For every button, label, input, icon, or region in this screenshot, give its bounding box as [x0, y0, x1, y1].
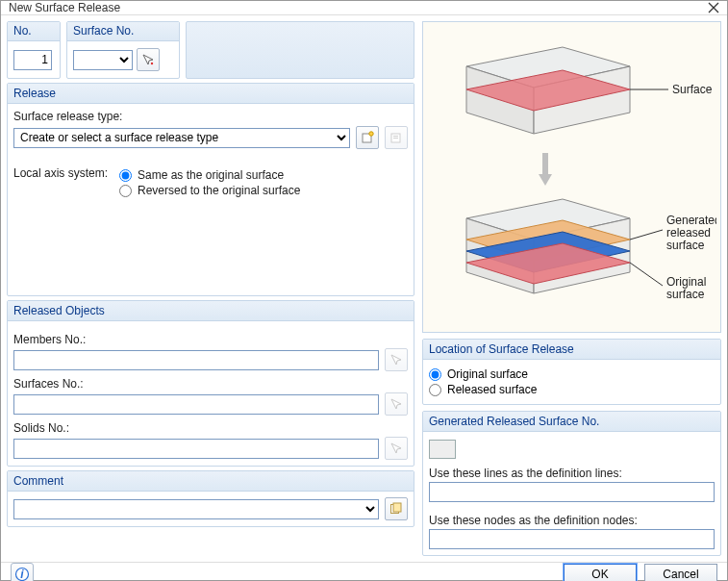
edit-type-icon	[385, 126, 408, 149]
solids-input[interactable]	[13, 439, 379, 459]
ok-button[interactable]: OK	[564, 564, 637, 582]
def-nodes-input[interactable]	[429, 529, 715, 549]
help-icon[interactable]: i	[11, 563, 34, 581]
no-group: No.	[7, 21, 61, 79]
svg-rect-4	[393, 136, 398, 137]
surface-no-select[interactable]	[73, 50, 133, 70]
axis-reversed-radio[interactable]	[119, 185, 132, 197]
release-type-select[interactable]: Create or select a surface release type	[13, 128, 350, 148]
surfaces-input[interactable]	[13, 394, 379, 415]
left-column: No. Surface No. Rele	[7, 21, 414, 556]
members-label: Members No.:	[13, 333, 408, 346]
preview-label-generated: Generatedreleasedsurface	[666, 214, 716, 252]
svg-line-22	[630, 263, 663, 286]
svg-rect-7	[393, 503, 401, 512]
preview-label-surface: Surface	[672, 83, 713, 96]
comment-group: Comment	[7, 470, 414, 527]
dialog-window: New Surface Release No. Surface No.	[0, 0, 728, 581]
footer: i OK Cancel	[1, 562, 727, 581]
location-original-radio[interactable]	[429, 368, 441, 381]
location-header: Location of Surface Release	[423, 340, 720, 360]
preview-illustration: Surface	[428, 28, 716, 326]
def-nodes-label: Use these nodes as the definition nodes:	[429, 514, 715, 527]
members-input[interactable]	[13, 350, 379, 370]
def-lines-input[interactable]	[429, 482, 715, 502]
solids-label: Solids No.:	[13, 421, 408, 435]
empty-top-panel	[186, 21, 414, 79]
release-header: Release	[8, 84, 414, 104]
top-row: No. Surface No.	[7, 21, 414, 79]
no-input[interactable]	[13, 50, 52, 70]
comment-combo[interactable]	[13, 499, 379, 519]
new-type-icon[interactable]	[356, 126, 379, 149]
svg-point-0	[151, 63, 153, 64]
svg-line-21	[630, 230, 663, 240]
title-bar: New Surface Release	[1, 1, 727, 15]
generated-group: Generated Released Surface No. Use these…	[422, 411, 721, 556]
svg-rect-13	[542, 153, 548, 174]
axis-label: Local axis system:	[13, 166, 113, 180]
comment-header: Comment	[8, 471, 414, 492]
generated-no-display	[429, 440, 456, 459]
close-icon[interactable]	[708, 2, 719, 13]
location-original-label: Original surface	[447, 367, 528, 381]
no-label: No.	[8, 22, 60, 41]
comment-library-icon[interactable]	[385, 497, 408, 520]
released-objects-group: Released Objects Members No.: Surfaces N…	[7, 300, 414, 467]
def-lines-label: Use these lines as the definition lines:	[429, 467, 715, 480]
axis-same-radio[interactable]	[119, 169, 132, 182]
location-released-label: Released surface	[447, 383, 537, 396]
axis-same-label: Same as the original surface	[138, 168, 284, 182]
svg-rect-5	[393, 138, 398, 139]
svg-point-2	[369, 132, 373, 136]
pick-surfaces-icon	[385, 392, 408, 416]
right-column: Surface	[422, 21, 721, 556]
surface-no-group: Surface No.	[66, 21, 180, 79]
release-group: Release Surface release type: Create or …	[7, 83, 414, 296]
axis-reversed-label: Reversed to the original surface	[138, 184, 300, 197]
pick-solids-icon	[385, 437, 408, 460]
release-type-label: Surface release type:	[13, 110, 408, 123]
location-released-radio[interactable]	[429, 384, 441, 396]
preview-label-original: Originalsurface	[666, 275, 706, 301]
cancel-button[interactable]: Cancel	[644, 564, 717, 582]
generated-header: Generated Released Surface No.	[423, 412, 720, 432]
svg-marker-14	[539, 174, 552, 186]
location-group: Location of Surface Release Original sur…	[422, 339, 721, 405]
window-title: New Surface Release	[9, 1, 708, 14]
preview-panel: Surface	[422, 21, 721, 333]
surface-no-label: Surface No.	[67, 22, 179, 41]
released-objects-header: Released Objects	[8, 301, 414, 321]
content-area: No. Surface No. Rele	[1, 15, 727, 562]
surfaces-label: Surfaces No.:	[13, 377, 408, 391]
pick-surface-icon[interactable]	[137, 48, 160, 71]
pick-members-icon	[385, 348, 408, 371]
